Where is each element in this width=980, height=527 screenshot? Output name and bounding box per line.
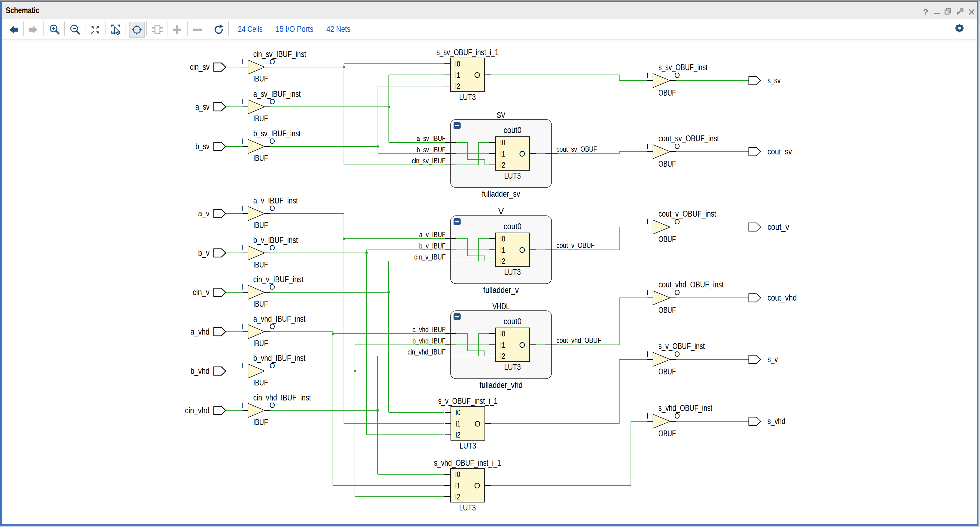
svg-text:LUT3: LUT3 — [459, 503, 476, 512]
svg-text:s_sv: s_sv — [767, 76, 781, 85]
svg-text:fulladder_sv: fulladder_sv — [482, 189, 520, 199]
svg-text:I0: I0 — [455, 470, 460, 479]
svg-text:O: O — [269, 137, 275, 145]
svg-text:a_vhd_IBUF_inst: a_vhd_IBUF_inst — [253, 314, 305, 323]
svg-text:I1: I1 — [500, 246, 505, 254]
svg-text:I0: I0 — [500, 138, 505, 147]
svg-text:O: O — [269, 283, 275, 291]
svg-text:a_sv_IBUF: a_sv_IBUF — [417, 134, 446, 142]
svg-text:?: ? — [923, 7, 928, 17]
svg-text:O: O — [675, 412, 680, 420]
svg-text:cin_vhd: cin_vhd — [185, 406, 210, 415]
svg-text:OBUF: OBUF — [659, 88, 676, 97]
svg-text:O: O — [269, 204, 275, 212]
svg-text:I: I — [241, 58, 243, 66]
svg-text:cin_v: cin_v — [192, 288, 210, 297]
svg-text:cin_sv_IBUF: cin_sv_IBUF — [412, 156, 446, 165]
svg-text:I0: I0 — [500, 234, 505, 243]
svg-text:I: I — [241, 401, 243, 409]
svg-text:O: O — [519, 150, 525, 158]
svg-text:I: I — [646, 289, 648, 296]
svg-text:I: I — [646, 412, 648, 420]
svg-text:OBUF: OBUF — [659, 429, 676, 438]
svg-text:s_vhd: s_vhd — [767, 417, 786, 426]
svg-text:a_vhd_IBUF: a_vhd_IBUF — [412, 325, 446, 334]
svg-text:b_vhd_IBUF_inst: b_vhd_IBUF_inst — [253, 353, 305, 363]
svg-text:s_sv_OBUF_inst: s_sv_OBUF_inst — [659, 63, 708, 72]
svg-text:a_v: a_v — [198, 209, 210, 218]
svg-text:I: I — [241, 137, 243, 145]
svg-text:cout_vhd: cout_vhd — [767, 293, 797, 303]
svg-text:42 Nets: 42 Nets — [326, 24, 350, 34]
svg-text:V: V — [498, 207, 504, 216]
svg-text:I: I — [241, 362, 243, 370]
svg-text:b_v: b_v — [198, 248, 210, 258]
svg-text:I1: I1 — [455, 419, 461, 428]
svg-text:OBUF: OBUF — [659, 367, 676, 376]
svg-text:I: I — [646, 142, 648, 150]
svg-text:b_sv_IBUF_inst: b_sv_IBUF_inst — [253, 129, 301, 138]
svg-text:cin_vhd_IBUF: cin_vhd_IBUF — [407, 348, 446, 356]
svg-text:s_v_OBUF_inst: s_v_OBUF_inst — [659, 342, 705, 351]
svg-text:IBUF: IBUF — [253, 339, 268, 348]
svg-text:I: I — [646, 72, 648, 80]
svg-text:a_vhd: a_vhd — [191, 327, 210, 336]
svg-text:cout_v_OBUF_inst: cout_v_OBUF_inst — [659, 209, 716, 218]
svg-text:LUT3: LUT3 — [504, 171, 521, 180]
svg-text:a_sv_IBUF_inst: a_sv_IBUF_inst — [253, 89, 301, 99]
svg-text:O: O — [269, 401, 275, 409]
svg-text:O: O — [474, 71, 480, 80]
svg-text:I: I — [646, 350, 648, 358]
svg-text:OBUF: OBUF — [659, 306, 676, 315]
svg-text:b_sv: b_sv — [196, 142, 210, 151]
svg-text:VHDL: VHDL — [492, 302, 510, 311]
svg-text:s_sv_OBUF_inst_i_1: s_sv_OBUF_inst_i_1 — [436, 48, 499, 57]
svg-text:O: O — [474, 481, 480, 490]
svg-text:a_v_IBUF_inst: a_v_IBUF_inst — [253, 196, 298, 205]
svg-text:IBUF: IBUF — [253, 221, 268, 230]
svg-text:O: O — [675, 218, 680, 226]
svg-text:I2: I2 — [500, 161, 505, 169]
svg-text:O: O — [269, 244, 275, 252]
svg-text:b_v_IBUF_inst: b_v_IBUF_inst — [253, 236, 298, 245]
svg-text:cin_sv: cin_sv — [190, 62, 210, 72]
svg-text:I0: I0 — [500, 330, 505, 338]
svg-text:IBUF: IBUF — [253, 299, 268, 309]
svg-text:15 I/O Ports: 15 I/O Ports — [275, 24, 313, 34]
svg-text:LUT3: LUT3 — [504, 363, 521, 372]
svg-text:cout_v: cout_v — [767, 223, 789, 232]
svg-text:cin_v_IBUF: cin_v_IBUF — [414, 253, 446, 261]
svg-text:cout0: cout0 — [503, 126, 522, 135]
svg-text:O: O — [519, 246, 525, 254]
svg-text:IBUF: IBUF — [253, 114, 268, 123]
svg-text:b_vhd: b_vhd — [191, 366, 210, 376]
svg-text:cout_sv: cout_sv — [767, 147, 792, 156]
svg-text:I2: I2 — [500, 257, 505, 265]
svg-text:O: O — [675, 72, 680, 80]
svg-text:I2: I2 — [455, 82, 460, 91]
svg-text:LUT3: LUT3 — [460, 441, 476, 451]
svg-text:cin_v_IBUF_inst: cin_v_IBUF_inst — [253, 275, 304, 284]
svg-text:a_v_IBUF: a_v_IBUF — [419, 231, 446, 239]
svg-text:I0: I0 — [455, 408, 461, 417]
svg-text:fulladder_vhd: fulladder_vhd — [480, 381, 523, 390]
svg-text:I: I — [241, 323, 243, 331]
svg-text:cin_sv_IBUF_inst: cin_sv_IBUF_inst — [253, 49, 306, 59]
svg-text:SV: SV — [497, 111, 505, 120]
svg-text:I1: I1 — [500, 341, 505, 349]
svg-text:I1: I1 — [500, 150, 505, 158]
svg-text:OBUF: OBUF — [659, 159, 676, 169]
svg-text:I0: I0 — [455, 59, 460, 68]
svg-text:IBUF: IBUF — [253, 378, 268, 387]
svg-text:O: O — [474, 419, 480, 428]
svg-text:O: O — [675, 142, 680, 150]
svg-text:cout_v_OBUF: cout_v_OBUF — [557, 241, 595, 249]
svg-text:Schematic: Schematic — [6, 6, 40, 15]
svg-text:O: O — [675, 289, 680, 296]
svg-text:cout_sv_OBUF: cout_sv_OBUF — [557, 145, 597, 153]
svg-text:I2: I2 — [455, 430, 461, 439]
svg-text:I1: I1 — [455, 71, 460, 80]
svg-text:LUT3: LUT3 — [459, 92, 476, 102]
svg-text:a_sv: a_sv — [196, 102, 210, 111]
svg-text:O: O — [269, 98, 275, 106]
